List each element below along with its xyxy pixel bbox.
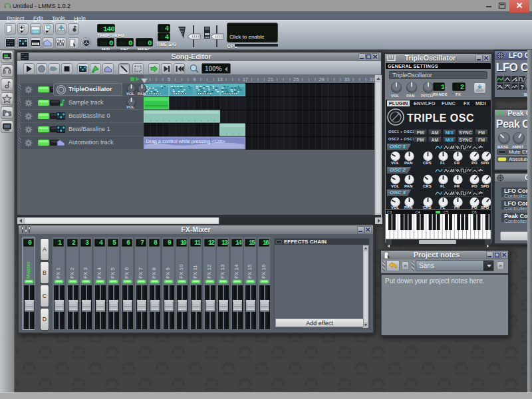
svg-text:21: 21 [268,76,273,82]
svg-text:25: 25 [293,76,299,82]
svg-text:33: 33 [344,76,349,82]
svg-text:C3: C3 [387,210,392,214]
svg-text:C4: C4 [416,210,420,214]
svg-text:5: 5 [168,76,170,82]
svg-text:C5: C5 [444,210,448,214]
svg-text:Drag a control while pressing: Drag a control while pressing <Ctrl> [146,138,226,144]
svg-text:TRIPLE OSC: TRIPLE OSC [407,112,474,124]
svg-text:C6: C6 [472,210,477,214]
svg-text:13: 13 [217,76,222,82]
svg-text:9: 9 [193,76,196,82]
svg-text:29: 29 [319,76,324,82]
svg-text:17: 17 [243,76,248,82]
